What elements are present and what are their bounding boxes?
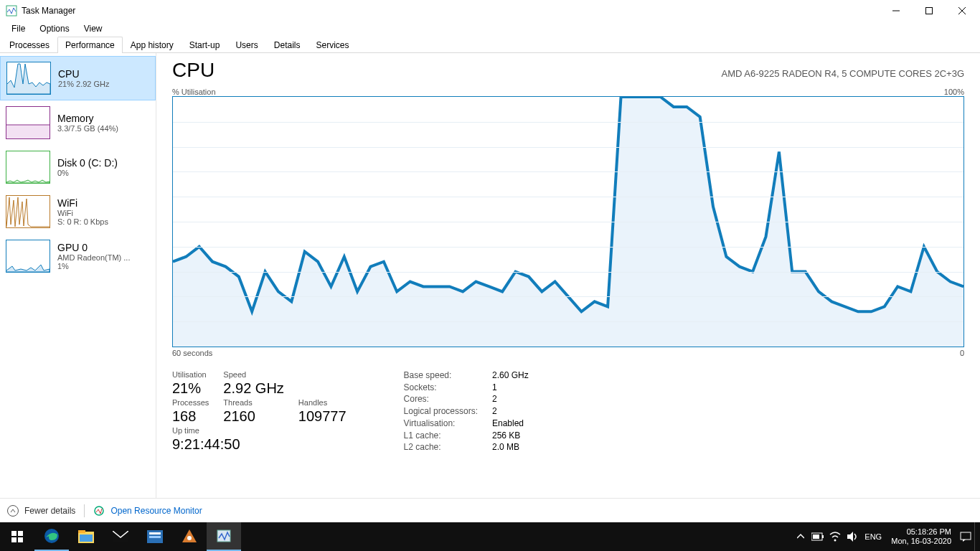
base-speed-value: 2.60 GHz bbox=[492, 370, 529, 381]
tray-battery-icon[interactable] bbox=[809, 522, 826, 551]
sidebar-item-sub: WiFi bbox=[57, 209, 108, 217]
svg-rect-23 bbox=[217, 530, 230, 542]
base-speed-label: Base speed: bbox=[404, 370, 478, 381]
page-title: CPU bbox=[172, 59, 722, 82]
performance-content: CPU AMD A6-9225 RADEON R4, 5 COMPUTE COR… bbox=[156, 53, 980, 498]
tray-clock[interactable]: 05:18:26 PM Mon, 16-03-2020 bbox=[885, 527, 957, 546]
svg-rect-9 bbox=[11, 531, 17, 536]
menu-options[interactable]: Options bbox=[32, 22, 76, 35]
tab-start-up[interactable]: Start-up bbox=[182, 37, 228, 53]
sockets-value: 1 bbox=[492, 382, 529, 393]
utilisation-label: Utilisation bbox=[172, 370, 209, 379]
taskbar-app-generic1[interactable] bbox=[138, 522, 172, 551]
chart-x-left: 60 seconds bbox=[172, 349, 212, 357]
sidebar-item-label: GPU 0 bbox=[57, 242, 130, 253]
tray-volume-icon[interactable] bbox=[844, 522, 861, 551]
svg-rect-11 bbox=[11, 537, 17, 542]
svg-rect-25 bbox=[822, 535, 824, 538]
sidebar-item-sub2: S: 0 R: 0 Kbps bbox=[57, 217, 108, 226]
menu-view[interactable]: View bbox=[77, 22, 110, 35]
svg-rect-26 bbox=[813, 534, 819, 539]
tab-users[interactable]: Users bbox=[227, 37, 265, 53]
speed-value: 2.92 GHz bbox=[223, 380, 283, 397]
sidebar-item-cpu[interactable]: CPU 21% 2.92 GHz bbox=[0, 56, 156, 100]
tab-strip: Processes Performance App history Start-… bbox=[0, 36, 980, 53]
sidebar-item-sub2: 1% bbox=[57, 262, 130, 270]
tab-processes[interactable]: Processes bbox=[1, 37, 57, 53]
virt-label: Virtualisation: bbox=[404, 418, 478, 429]
svg-rect-15 bbox=[78, 530, 85, 533]
tab-app-history[interactable]: App history bbox=[123, 37, 182, 53]
menu-file[interactable]: File bbox=[4, 22, 32, 35]
sidebar-item-wifi[interactable]: WiFi WiFi S: 0 R: 0 Kbps bbox=[0, 189, 156, 234]
chart-y-label: % Utilisation bbox=[172, 88, 216, 96]
processes-label: Processes bbox=[172, 398, 209, 407]
tray-wifi-icon[interactable] bbox=[826, 522, 844, 551]
sidebar-item-sub: AMD Radeon(TM) ... bbox=[57, 253, 130, 262]
wifi-thumbnail bbox=[6, 195, 50, 228]
sidebar-item-sub: 21% 2.92 GHz bbox=[58, 80, 110, 88]
performance-sidebar: CPU 21% 2.92 GHz Memory 3.3/7.5 GB (44%)… bbox=[0, 53, 156, 498]
l1-value: 256 KB bbox=[492, 430, 529, 441]
l1-label: L1 cache: bbox=[404, 430, 478, 441]
memory-thumbnail bbox=[6, 106, 50, 139]
window-maximize-button[interactable] bbox=[913, 0, 946, 22]
open-resource-monitor-link[interactable]: Open Resource Monitor bbox=[110, 506, 202, 516]
threads-value: 2160 bbox=[223, 408, 283, 425]
cpu-stats-secondary: Base speed: 2.60 GHz Sockets: 1 Cores: 2… bbox=[404, 370, 529, 453]
tray-time: 05:18:26 PM bbox=[891, 527, 951, 537]
chart-x-right: 0 bbox=[960, 349, 964, 357]
svg-rect-19 bbox=[149, 532, 161, 534]
cpu-utilisation-chart[interactable] bbox=[172, 96, 964, 347]
gpu-thumbnail bbox=[6, 240, 50, 273]
threads-label: Threads bbox=[223, 398, 283, 407]
sidebar-item-memory[interactable]: Memory 3.3/7.5 GB (44%) bbox=[0, 100, 156, 145]
logical-value: 2 bbox=[492, 406, 529, 417]
taskbar-app-task-manager[interactable] bbox=[207, 522, 241, 551]
logical-label: Logical processors: bbox=[404, 406, 478, 417]
svg-rect-20 bbox=[149, 536, 161, 538]
svg-rect-16 bbox=[80, 534, 93, 542]
chevron-up-icon[interactable] bbox=[7, 505, 19, 517]
tab-services[interactable]: Services bbox=[308, 37, 357, 53]
window-minimize-button[interactable] bbox=[880, 0, 913, 22]
cores-value: 2 bbox=[492, 394, 529, 405]
tab-performance[interactable]: Performance bbox=[57, 37, 123, 53]
taskbar-app-edge[interactable] bbox=[34, 522, 69, 551]
virt-value: Enabled bbox=[492, 418, 529, 429]
tab-details[interactable]: Details bbox=[266, 37, 308, 53]
show-desktop-button[interactable] bbox=[974, 522, 979, 551]
sidebar-item-disk0[interactable]: Disk 0 (C: D:) 0% bbox=[0, 145, 156, 189]
footer-divider bbox=[84, 504, 85, 517]
svg-rect-10 bbox=[18, 531, 23, 536]
titlebar: Task Manager bbox=[0, 0, 980, 22]
handles-label: Handles bbox=[298, 398, 347, 407]
speed-label: Speed bbox=[223, 370, 283, 379]
utilisation-value: 21% bbox=[172, 380, 209, 397]
tray-overflow-icon[interactable] bbox=[792, 522, 809, 551]
cores-label: Cores: bbox=[404, 394, 478, 405]
resource-monitor-icon bbox=[93, 505, 105, 517]
disk-thumbnail bbox=[6, 151, 50, 184]
sidebar-item-gpu0[interactable]: GPU 0 AMD Radeon(TM) ... 1% bbox=[0, 234, 156, 278]
uptime-value: 9:21:44:50 bbox=[172, 436, 347, 453]
fewer-details-link[interactable]: Fewer details bbox=[24, 506, 75, 516]
windows-taskbar: ENG 05:18:26 PM Mon, 16-03-2020 bbox=[0, 522, 980, 551]
window-close-button[interactable] bbox=[946, 0, 979, 22]
tray-action-center-icon[interactable] bbox=[957, 522, 974, 551]
svg-rect-29 bbox=[961, 532, 971, 540]
svg-rect-12 bbox=[18, 537, 23, 542]
cpu-model: AMD A6-9225 RADEON R4, 5 COMPUTE CORES 2… bbox=[722, 68, 964, 79]
cpu-stats-primary: Utilisation Speed 21% 2.92 GHz Processes… bbox=[172, 370, 347, 453]
taskbar-app-explorer[interactable] bbox=[69, 522, 103, 551]
svg-rect-5 bbox=[6, 125, 50, 138]
cpu-thumbnail bbox=[6, 62, 51, 95]
taskbar-app-mail[interactable] bbox=[103, 522, 138, 551]
processes-value: 168 bbox=[172, 408, 209, 425]
window-title: Task Manager bbox=[22, 6, 880, 16]
tray-language[interactable]: ENG bbox=[861, 522, 885, 551]
sidebar-item-sub: 3.3/7.5 GB (44%) bbox=[57, 124, 118, 133]
taskbar-app-generic2[interactable] bbox=[172, 522, 207, 551]
sidebar-item-label: CPU bbox=[58, 68, 110, 80]
start-button[interactable] bbox=[0, 522, 34, 551]
